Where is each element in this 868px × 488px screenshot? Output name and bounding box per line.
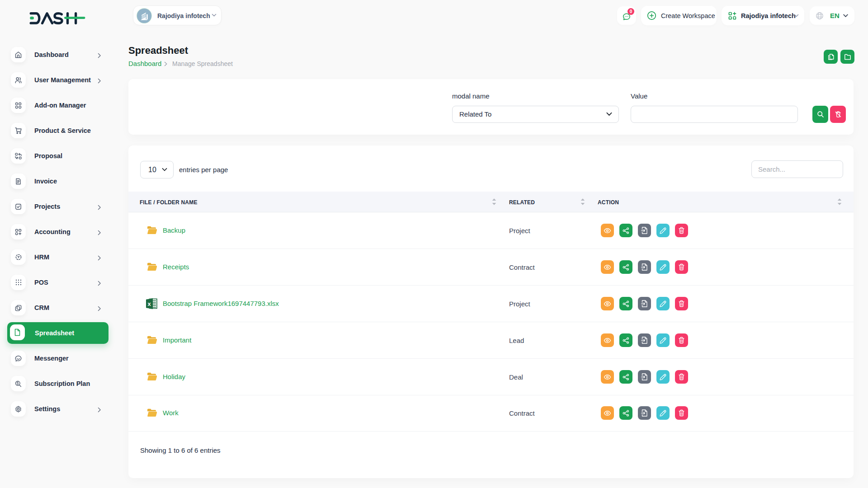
svg-text:x: x [148,300,151,307]
